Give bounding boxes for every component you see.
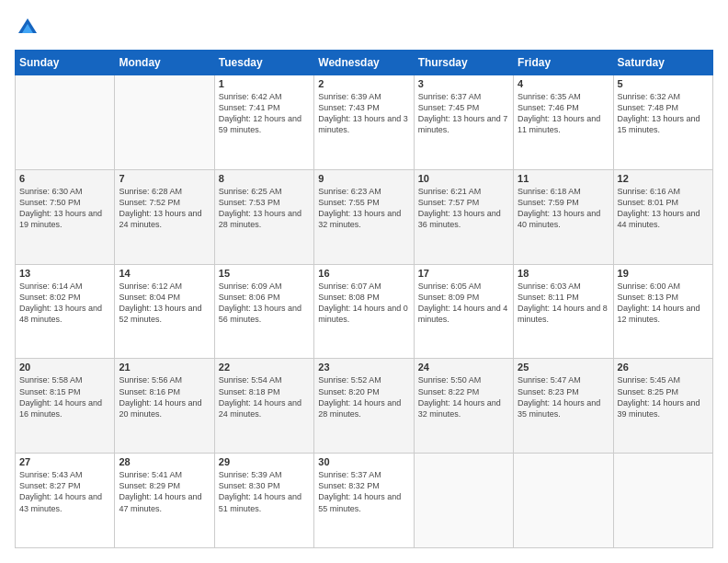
day-cell: 29Sunrise: 5:39 AM Sunset: 8:30 PM Dayli… (214, 454, 313, 548)
header-day: Sunday (16, 51, 115, 75)
header (15, 15, 713, 40)
day-info: Sunrise: 5:39 AM Sunset: 8:30 PM Dayligh… (219, 469, 310, 514)
day-cell: 22Sunrise: 5:54 AM Sunset: 8:18 PM Dayli… (214, 359, 313, 454)
logo-icon (15, 15, 40, 40)
day-number: 5 (618, 78, 709, 89)
day-number: 24 (418, 362, 509, 373)
day-info: Sunrise: 6:12 AM Sunset: 8:04 PM Dayligh… (119, 281, 210, 326)
calendar-body: 1Sunrise: 6:42 AM Sunset: 7:41 PM Daylig… (16, 75, 713, 548)
day-cell (613, 454, 712, 548)
day-cell: 21Sunrise: 5:56 AM Sunset: 8:16 PM Dayli… (115, 359, 214, 454)
day-info: Sunrise: 5:50 AM Sunset: 8:22 PM Dayligh… (418, 374, 509, 419)
day-number: 10 (418, 173, 509, 184)
day-info: Sunrise: 6:16 AM Sunset: 8:01 PM Dayligh… (618, 186, 709, 231)
day-cell (414, 454, 513, 548)
day-number: 1 (219, 78, 310, 89)
day-cell: 8Sunrise: 6:25 AM Sunset: 7:53 PM Daylig… (214, 169, 313, 264)
page: SundayMondayTuesdayWednesdayThursdayFrid… (0, 0, 728, 563)
day-cell: 20Sunrise: 5:58 AM Sunset: 8:15 PM Dayli… (16, 359, 115, 454)
week-row: 27Sunrise: 5:43 AM Sunset: 8:27 PM Dayli… (16, 454, 713, 548)
header-row: SundayMondayTuesdayWednesdayThursdayFrid… (16, 51, 713, 75)
header-day: Monday (115, 51, 214, 75)
day-cell: 16Sunrise: 6:07 AM Sunset: 8:08 PM Dayli… (314, 264, 414, 359)
day-cell: 23Sunrise: 5:52 AM Sunset: 8:20 PM Dayli… (314, 359, 414, 454)
day-number: 16 (318, 268, 409, 279)
day-number: 20 (19, 362, 110, 373)
day-info: Sunrise: 5:54 AM Sunset: 8:18 PM Dayligh… (219, 374, 310, 419)
day-cell: 25Sunrise: 5:47 AM Sunset: 8:23 PM Dayli… (514, 359, 613, 454)
day-number: 12 (618, 173, 709, 184)
day-number: 9 (318, 173, 409, 184)
day-number: 25 (518, 362, 609, 373)
day-number: 21 (119, 362, 210, 373)
calendar-header: SundayMondayTuesdayWednesdayThursdayFrid… (16, 51, 713, 75)
day-number: 30 (318, 456, 409, 467)
day-info: Sunrise: 6:14 AM Sunset: 8:02 PM Dayligh… (19, 281, 110, 326)
day-cell: 6Sunrise: 6:30 AM Sunset: 7:50 PM Daylig… (16, 169, 115, 264)
day-cell: 10Sunrise: 6:21 AM Sunset: 7:57 PM Dayli… (414, 169, 513, 264)
logo (15, 15, 44, 40)
header-day: Saturday (613, 51, 712, 75)
day-info: Sunrise: 6:03 AM Sunset: 8:11 PM Dayligh… (518, 281, 609, 326)
day-number: 28 (119, 456, 210, 467)
day-number: 6 (19, 173, 110, 184)
day-number: 29 (219, 456, 310, 467)
week-row: 20Sunrise: 5:58 AM Sunset: 8:15 PM Dayli… (16, 359, 713, 454)
day-info: Sunrise: 5:43 AM Sunset: 8:27 PM Dayligh… (19, 469, 110, 514)
day-cell: 11Sunrise: 6:18 AM Sunset: 7:59 PM Dayli… (514, 169, 613, 264)
day-info: Sunrise: 5:47 AM Sunset: 8:23 PM Dayligh… (518, 374, 609, 419)
week-row: 1Sunrise: 6:42 AM Sunset: 7:41 PM Daylig… (16, 75, 713, 170)
day-info: Sunrise: 5:52 AM Sunset: 8:20 PM Dayligh… (318, 374, 409, 419)
day-number: 19 (618, 268, 709, 279)
day-info: Sunrise: 5:58 AM Sunset: 8:15 PM Dayligh… (19, 374, 110, 419)
day-info: Sunrise: 5:56 AM Sunset: 8:16 PM Dayligh… (119, 374, 210, 419)
day-info: Sunrise: 6:05 AM Sunset: 8:09 PM Dayligh… (418, 281, 509, 326)
day-cell: 1Sunrise: 6:42 AM Sunset: 7:41 PM Daylig… (214, 75, 313, 170)
day-number: 14 (119, 268, 210, 279)
day-cell (16, 75, 115, 170)
day-cell: 3Sunrise: 6:37 AM Sunset: 7:45 PM Daylig… (414, 75, 513, 170)
calendar-table: SundayMondayTuesdayWednesdayThursdayFrid… (15, 50, 713, 548)
day-cell: 4Sunrise: 6:35 AM Sunset: 7:46 PM Daylig… (514, 75, 613, 170)
day-cell: 9Sunrise: 6:23 AM Sunset: 7:55 PM Daylig… (314, 169, 414, 264)
day-cell: 13Sunrise: 6:14 AM Sunset: 8:02 PM Dayli… (16, 264, 115, 359)
day-number: 11 (518, 173, 609, 184)
day-cell: 12Sunrise: 6:16 AM Sunset: 8:01 PM Dayli… (613, 169, 712, 264)
day-cell: 30Sunrise: 5:37 AM Sunset: 8:32 PM Dayli… (314, 454, 414, 548)
header-day: Wednesday (314, 51, 414, 75)
day-number: 7 (119, 173, 210, 184)
day-number: 8 (219, 173, 310, 184)
day-number: 4 (518, 78, 609, 89)
day-cell: 24Sunrise: 5:50 AM Sunset: 8:22 PM Dayli… (414, 359, 513, 454)
day-number: 3 (418, 78, 509, 89)
day-info: Sunrise: 5:41 AM Sunset: 8:29 PM Dayligh… (119, 469, 210, 514)
day-cell: 5Sunrise: 6:32 AM Sunset: 7:48 PM Daylig… (613, 75, 712, 170)
day-info: Sunrise: 6:21 AM Sunset: 7:57 PM Dayligh… (418, 186, 509, 231)
day-cell: 18Sunrise: 6:03 AM Sunset: 8:11 PM Dayli… (514, 264, 613, 359)
day-info: Sunrise: 6:42 AM Sunset: 7:41 PM Dayligh… (219, 91, 310, 136)
day-info: Sunrise: 6:25 AM Sunset: 7:53 PM Dayligh… (219, 186, 310, 231)
day-cell: 28Sunrise: 5:41 AM Sunset: 8:29 PM Dayli… (115, 454, 214, 548)
day-info: Sunrise: 5:37 AM Sunset: 8:32 PM Dayligh… (318, 469, 409, 514)
day-cell: 15Sunrise: 6:09 AM Sunset: 8:06 PM Dayli… (214, 264, 313, 359)
day-info: Sunrise: 6:09 AM Sunset: 8:06 PM Dayligh… (219, 281, 310, 326)
header-day: Thursday (414, 51, 513, 75)
day-number: 23 (318, 362, 409, 373)
day-info: Sunrise: 6:35 AM Sunset: 7:46 PM Dayligh… (518, 91, 609, 136)
day-info: Sunrise: 6:30 AM Sunset: 7:50 PM Dayligh… (19, 186, 110, 231)
day-info: Sunrise: 6:18 AM Sunset: 7:59 PM Dayligh… (518, 186, 609, 231)
day-info: Sunrise: 6:39 AM Sunset: 7:43 PM Dayligh… (318, 91, 409, 136)
day-number: 13 (19, 268, 110, 279)
day-number: 17 (418, 268, 509, 279)
day-cell: 17Sunrise: 6:05 AM Sunset: 8:09 PM Dayli… (414, 264, 513, 359)
day-info: Sunrise: 5:45 AM Sunset: 8:25 PM Dayligh… (618, 374, 709, 419)
day-number: 2 (318, 78, 409, 89)
day-number: 27 (19, 456, 110, 467)
day-number: 15 (219, 268, 310, 279)
week-row: 6Sunrise: 6:30 AM Sunset: 7:50 PM Daylig… (16, 169, 713, 264)
day-cell (514, 454, 613, 548)
day-cell: 27Sunrise: 5:43 AM Sunset: 8:27 PM Dayli… (16, 454, 115, 548)
header-day: Tuesday (214, 51, 313, 75)
day-cell: 19Sunrise: 6:00 AM Sunset: 8:13 PM Dayli… (613, 264, 712, 359)
day-number: 18 (518, 268, 609, 279)
